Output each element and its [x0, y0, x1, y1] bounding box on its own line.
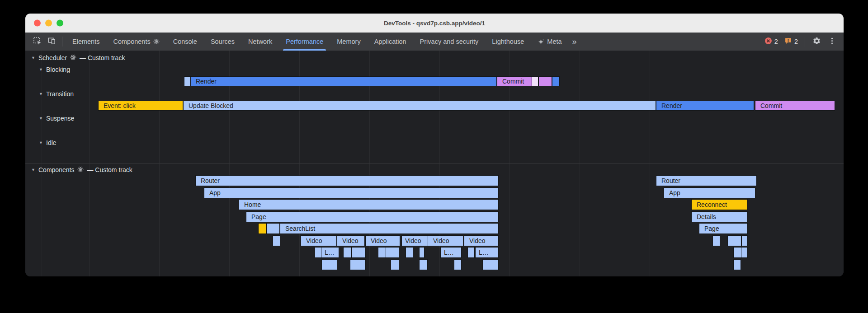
issues-icon	[784, 37, 792, 46]
flame-bar-home[interactable]: Home	[239, 200, 498, 210]
flame-bar-l[interactable]: L…	[441, 248, 461, 257]
lane-label-suspense[interactable]: ▼ Suspense	[38, 114, 74, 122]
tab-label: Memory	[337, 38, 360, 45]
flame-bar-l[interactable]: L…	[476, 248, 498, 257]
tab-meta[interactable]: Meta	[531, 33, 568, 51]
flame-bar-update-blocked[interactable]: Update Blocked	[184, 101, 656, 110]
flame-bar-segment[interactable]	[454, 260, 461, 270]
issues-badge[interactable]: 2	[782, 37, 801, 46]
flame-bar-segment[interactable]	[728, 236, 741, 246]
flame-bar-commit[interactable]: Commit	[755, 101, 835, 110]
react-atom-icon	[77, 166, 84, 174]
collapse-triangle-icon: ▼	[38, 92, 43, 96]
flame-bar-segment[interactable]	[322, 260, 337, 270]
lane-label-blocking[interactable]: ▼ Blocking	[38, 65, 70, 74]
flame-bar-video[interactable]: Video	[428, 236, 463, 246]
flame-bar-segment[interactable]	[378, 248, 386, 257]
minimize-button[interactable]	[45, 20, 52, 27]
flame-bar-segment[interactable]	[406, 248, 413, 257]
flame-bar-app[interactable]: App	[204, 188, 498, 198]
flame-bar-app[interactable]: App	[664, 188, 755, 198]
flame-bar-segment[interactable]	[483, 260, 498, 270]
react-atom-icon	[70, 54, 76, 62]
flame-bar-commit[interactable]: Commit	[497, 77, 532, 86]
flame-bar-segment[interactable]	[259, 224, 266, 234]
flame-bar-segment[interactable]	[713, 236, 720, 246]
flame-bar-segment[interactable]	[552, 77, 559, 86]
tab-sources[interactable]: Sources	[204, 33, 241, 51]
flame-bar-router[interactable]: Router	[656, 176, 756, 186]
settings-button[interactable]	[809, 35, 824, 48]
flame-bar-segment[interactable]	[386, 248, 399, 257]
track-divider	[25, 164, 844, 164]
flame-bar-segment[interactable]	[391, 260, 399, 270]
flame-bar-segment[interactable]	[184, 77, 190, 86]
device-toolbar-icon	[47, 37, 56, 47]
flame-bar-label: Render	[191, 78, 217, 85]
device-toolbar-button[interactable]	[44, 35, 59, 48]
tab-performance[interactable]: Performance	[279, 33, 330, 51]
tab-memory[interactable]: Memory	[330, 33, 367, 51]
flame-bar-segment[interactable]	[315, 248, 321, 257]
flame-bar-l[interactable]: L…	[321, 248, 339, 257]
tab-console[interactable]: Console	[166, 33, 204, 51]
flame-bar-segment[interactable]	[734, 248, 741, 257]
toolbar-divider	[805, 37, 805, 47]
flame-bar-segment[interactable]	[420, 248, 424, 257]
flame-bar-reconnect[interactable]: Reconnect	[692, 200, 747, 210]
flame-bar-segment[interactable]	[742, 236, 747, 246]
flame-bar-label: Render	[656, 102, 682, 109]
flame-bar-segment[interactable]	[468, 248, 474, 257]
inspect-element-button[interactable]	[30, 35, 44, 48]
flame-bar-video[interactable]: Video	[301, 236, 336, 246]
flame-bar-segment[interactable]	[273, 236, 280, 246]
flame-bar-render[interactable]: Render	[191, 77, 496, 86]
toolbar-divider	[62, 37, 62, 47]
flame-bar-segment[interactable]	[344, 248, 351, 257]
tab-components[interactable]: Components	[106, 33, 166, 51]
flame-bar-segment[interactable]	[352, 248, 365, 257]
collapse-triangle-icon: ▼	[38, 140, 43, 145]
flame-bar-video[interactable]: Video	[366, 236, 400, 246]
flame-bar-segment[interactable]	[734, 260, 741, 270]
more-tabs-button[interactable]: »	[569, 37, 580, 47]
flame-bar-event-click[interactable]: Event: click	[99, 101, 183, 110]
tab-label: Sources	[211, 38, 235, 45]
tab-label: Components	[113, 38, 150, 45]
flame-bar-router[interactable]: Router	[196, 176, 498, 186]
lane-label-idle[interactable]: ▼ Idle	[38, 139, 57, 147]
flame-bar-segment[interactable]	[539, 77, 552, 86]
flame-bar-label: Update Blocked	[184, 102, 233, 109]
flame-bar-segment[interactable]	[741, 248, 747, 257]
flame-bar-label: Video	[464, 237, 486, 244]
tab-label: Lighthouse	[492, 38, 524, 45]
tab-privacy-and-security[interactable]: Privacy and security	[413, 33, 486, 51]
flame-bar-video[interactable]: Video	[337, 236, 364, 246]
flame-bar-page[interactable]: Page	[246, 212, 498, 222]
flame-bar-searchlist[interactable]: SearchList	[280, 224, 498, 234]
zoom-button[interactable]	[57, 20, 63, 27]
flame-bar-segment[interactable]	[532, 77, 538, 86]
track-header-scheduler[interactable]: ▼ Scheduler — Custom track	[31, 54, 125, 62]
flame-bar-label: App	[664, 189, 680, 196]
error-badge[interactable]: 2	[762, 37, 781, 46]
tab-network[interactable]: Network	[241, 33, 279, 51]
tab-elements[interactable]: Elements	[66, 33, 106, 51]
performance-flame-chart[interactable]: ▼ Scheduler — Custom track ▼ Blocking ▼ …	[25, 51, 844, 276]
flame-bar-label: SearchList	[280, 225, 315, 232]
flame-bar-segment[interactable]	[267, 224, 279, 234]
flame-bar-video[interactable]: Video	[464, 236, 498, 246]
flame-bar-segment[interactable]	[420, 260, 427, 270]
lane-label-transition[interactable]: ▼ Transition	[38, 90, 74, 98]
flame-bar-render[interactable]: Render	[656, 101, 754, 110]
flame-bar-video[interactable]: Video	[402, 236, 428, 246]
flame-bar-details[interactable]: Details	[692, 212, 747, 222]
flame-bar-page[interactable]: Page	[699, 224, 747, 234]
flame-bar-segment[interactable]	[350, 260, 365, 270]
panel-tabs: Elements Components Console Sources Netw…	[66, 33, 569, 51]
tab-application[interactable]: Application	[368, 33, 413, 51]
track-header-components[interactable]: ▼ Components — Custom track	[31, 166, 132, 174]
kebab-menu-button[interactable]	[825, 35, 839, 48]
tab-lighthouse[interactable]: Lighthouse	[485, 33, 531, 51]
close-button[interactable]	[34, 20, 41, 27]
